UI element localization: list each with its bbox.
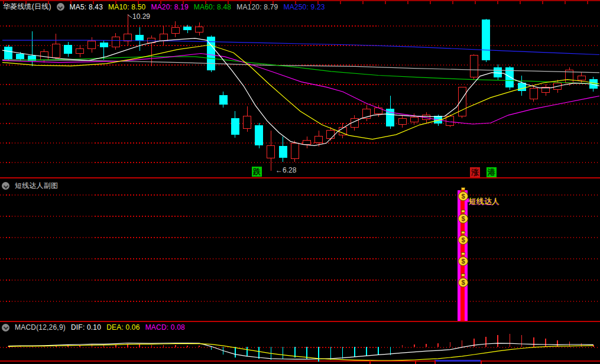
limit-up-badge: 涨 bbox=[470, 167, 480, 177]
main-chart-header: 华菱线缆(日线) MA5: 8.43 MA10: 8.50 MA20: 8.19… bbox=[3, 2, 325, 12]
ma250-label: MA250: 9.23 bbox=[283, 3, 325, 11]
money-bag-icon: $ bbox=[458, 256, 468, 266]
axis-tick bbox=[481, 360, 482, 364]
ma60-label: MA60: 8.48 bbox=[194, 3, 231, 11]
macd-header: MACD(12,26,9) DIF: 0.10 DEA: 0.06 MACD: … bbox=[2, 323, 185, 332]
macd-value-label: MACD: 0.08 bbox=[145, 323, 185, 332]
high-price-annotation: 10.29 bbox=[132, 12, 150, 21]
money-bag-icon: $ bbox=[458, 235, 468, 245]
ma20-label: MA20: 8.19 bbox=[151, 3, 188, 11]
chevron-down-icon[interactable] bbox=[2, 182, 9, 190]
chart-canvas[interactable] bbox=[0, 0, 600, 364]
axis-selection-segment[interactable] bbox=[434, 360, 481, 362]
signal-arrow-icon bbox=[466, 198, 469, 203]
dif-label: DIF: 0.10 bbox=[71, 323, 101, 332]
axis-tick bbox=[434, 360, 436, 364]
chevron-down-icon[interactable] bbox=[57, 3, 64, 11]
sub-chart-title: 短线达人副图 bbox=[15, 181, 58, 191]
stock-title: 华菱线缆(日线) bbox=[3, 2, 51, 12]
ma5-label: MA5: 8.43 bbox=[70, 3, 103, 11]
money-bag-icon: $ bbox=[458, 278, 468, 287]
chevron-down-icon[interactable] bbox=[2, 324, 9, 332]
ma10-label: MA10: 8.50 bbox=[108, 3, 145, 11]
ma120-label: MA120: 8.79 bbox=[236, 3, 278, 11]
money-bag-icon: $ bbox=[458, 214, 468, 223]
dea-label: DEA: 0.06 bbox=[106, 323, 140, 332]
signal-text-label: 短线达人 bbox=[469, 196, 500, 207]
axis-tick bbox=[415, 360, 416, 364]
low-price-annotation: ←6.28 bbox=[275, 166, 296, 174]
trading-app-window: 华菱线缆(日线) MA5: 8.43 MA10: 8.50 MA20: 8.19… bbox=[0, 0, 600, 364]
sub-chart-header: 短线达人副图 bbox=[2, 181, 58, 191]
macd-title: MACD(12,26,9) bbox=[15, 323, 66, 332]
limit-down-badge: 跌 bbox=[252, 167, 262, 177]
hk-connect-badge: 港 bbox=[487, 167, 497, 177]
axis-tick bbox=[369, 360, 371, 364]
